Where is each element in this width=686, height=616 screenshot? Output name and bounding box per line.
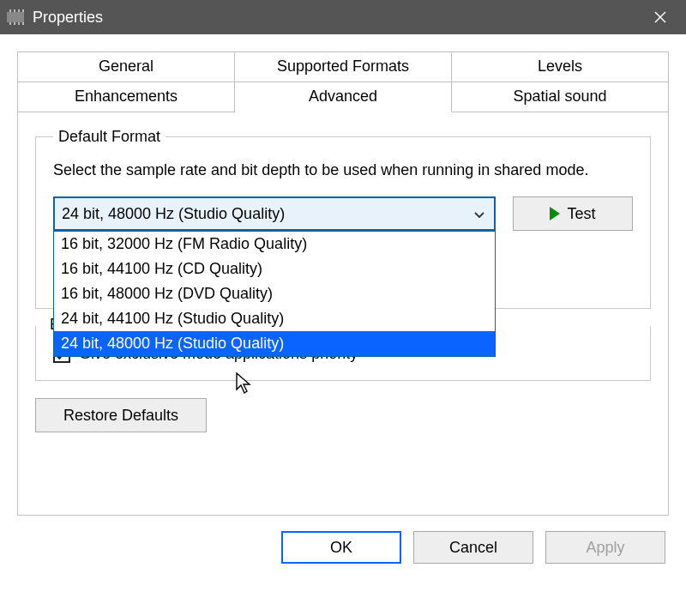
apply-button-label: Apply <box>586 539 624 557</box>
ok-button-label: OK <box>330 539 352 557</box>
tab-spatial-sound[interactable]: Spatial sound <box>452 82 669 112</box>
format-option-2[interactable]: 16 bit, 48000 Hz (DVD Quality) <box>54 281 495 306</box>
tab-levels[interactable]: Levels <box>452 51 669 82</box>
format-option-4[interactable]: 24 bit, 48000 Hz (Studio Quality) <box>54 331 495 356</box>
restore-defaults-button[interactable]: Restore Defaults <box>35 398 207 432</box>
cancel-button-label: Cancel <box>449 539 497 557</box>
svg-rect-9 <box>20 22 22 25</box>
default-format-legend: Default Format <box>53 128 165 146</box>
svg-rect-7 <box>11 22 14 25</box>
cancel-button[interactable]: Cancel <box>413 531 533 564</box>
svg-rect-4 <box>20 9 22 12</box>
default-format-selected-text: 24 bit, 48000 Hz (Studio Quality) <box>62 205 472 223</box>
default-format-combobox[interactable]: 24 bit, 48000 Hz (Studio Quality) <box>53 196 496 231</box>
apply-button: Apply <box>545 531 665 564</box>
tab-advanced[interactable]: Advanced <box>235 82 452 112</box>
test-button[interactable]: Test <box>513 196 633 231</box>
window-close-button[interactable] <box>641 0 679 34</box>
tab-supported-formats[interactable]: Supported Formats <box>235 51 452 82</box>
svg-rect-10 <box>7 12 24 22</box>
tab-general[interactable]: General <box>17 51 235 82</box>
default-format-dropdown[interactable]: 16 bit, 32000 Hz (FM Radio Quality) 16 b… <box>53 231 496 357</box>
svg-rect-2 <box>11 9 14 12</box>
chevron-down-icon <box>472 205 487 223</box>
restore-defaults-label: Restore Defaults <box>63 407 178 425</box>
default-format-group: Default Format Select the sample rate an… <box>35 128 651 309</box>
svg-rect-6 <box>7 22 9 25</box>
format-option-3[interactable]: 24 bit, 44100 Hz (Studio Quality) <box>54 306 495 331</box>
tab-strip: General Supported Formats Levels Enhance… <box>17 51 669 112</box>
format-option-0[interactable]: 16 bit, 32000 Hz (FM Radio Quality) <box>54 232 495 257</box>
property-sheet: General Supported Formats Levels Enhance… <box>0 34 686 564</box>
close-icon <box>654 11 666 23</box>
ok-button[interactable]: OK <box>281 531 401 564</box>
svg-rect-3 <box>15 9 18 12</box>
window-title: Properties <box>33 9 641 27</box>
format-option-1[interactable]: 16 bit, 44100 Hz (CD Quality) <box>54 257 495 281</box>
default-format-description: Select the sample rate and bit depth to … <box>53 160 633 181</box>
dialog-button-row: OK Cancel Apply <box>3 516 683 564</box>
play-icon <box>550 207 560 220</box>
test-button-label: Test <box>567 205 595 223</box>
app-icon <box>7 9 24 25</box>
tab-page-advanced: Default Format Select the sample rate an… <box>17 112 669 516</box>
tab-enhancements[interactable]: Enhancements <box>17 82 235 112</box>
svg-rect-1 <box>7 9 9 12</box>
svg-rect-8 <box>15 22 18 25</box>
window-titlebar: Properties <box>0 0 686 34</box>
